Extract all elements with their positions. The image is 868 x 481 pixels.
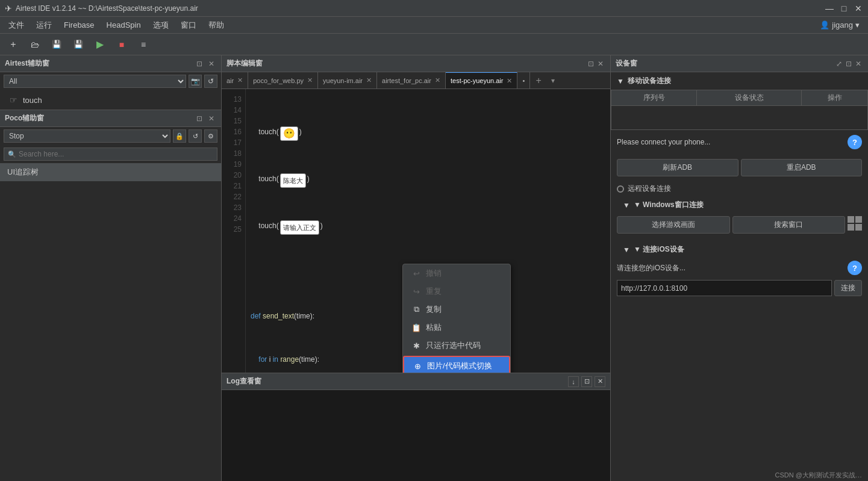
new-file-button[interactable]: +	[5, 36, 22, 53]
tab-poco-web-close[interactable]: ✕	[307, 76, 313, 84]
ui-tree-item[interactable]: UI追踪树	[0, 163, 221, 181]
menu-file[interactable]: 文件	[2, 17, 30, 33]
mobile-section-title[interactable]: ▼ 移动设备连接	[611, 72, 868, 90]
open-file-button[interactable]: 🗁	[27, 36, 43, 53]
editor-window: 脚本编辑窗 ⊡ ✕ air ✕ poco_for_web.py ✕ yueyun…	[222, 55, 610, 373]
menu-window[interactable]: 窗口	[175, 17, 202, 33]
menu-help[interactable]: 帮助	[202, 17, 230, 33]
inline-image-emoji-face[interactable]: 😶	[280, 126, 298, 141]
connect-help-button[interactable]: ?	[848, 135, 862, 149]
remote-connect-row: 远程设备连接	[611, 181, 868, 196]
ctx-toggle-mode[interactable]: ⊕ 图片/代码模式切换	[403, 356, 510, 373]
window-controls: — □ ✕	[825, 4, 863, 13]
search-window-button[interactable]: 搜索窗口	[732, 216, 846, 234]
inline-image-input-text[interactable]: 请输入正文	[280, 220, 319, 235]
grid-cell-3	[848, 224, 854, 231]
tab-test-pc-yueyun-close[interactable]: ✕	[507, 77, 512, 85]
poco-search-container: 🔍	[4, 147, 217, 161]
poco-assist-header: Poco辅助窗 ⊡ ✕	[0, 110, 221, 127]
close-button[interactable]: ✕	[854, 4, 863, 13]
menu-run[interactable]: 运行	[30, 17, 58, 33]
inline-image-chenlaoda[interactable]: 陈老大	[280, 173, 306, 188]
tab-air[interactable]: air ✕	[222, 72, 248, 89]
ios-section-title[interactable]: ▼ ▼ 连接iOS设备	[617, 241, 862, 258]
ios-connect-button[interactable]: 连接	[834, 280, 862, 296]
grid-cell-4	[855, 224, 862, 231]
ios-help-button[interactable]: ?	[848, 261, 862, 275]
touch-item[interactable]: ☞ touch	[0, 90, 221, 110]
save-button[interactable]: 💾	[48, 36, 65, 53]
select-game-button[interactable]: 选择游戏画面	[617, 216, 730, 234]
undo-icon: ↩	[411, 269, 421, 278]
status-bar: CSDN @大刚测试开发实战…	[769, 470, 868, 481]
tab-airtest-pc-close[interactable]: ✕	[435, 76, 440, 84]
ctx-paste[interactable]: 📋 粘贴	[403, 318, 510, 337]
tab-yueyun-im-close[interactable]: ✕	[366, 76, 372, 84]
save-as-button[interactable]: 💾	[70, 36, 87, 53]
maximize-button[interactable]: □	[839, 4, 849, 13]
airtest-assist-title: Airtest辅助窗	[5, 58, 195, 69]
minimize-button[interactable]: —	[825, 4, 834, 13]
device-close-button[interactable]: ✕	[854, 59, 863, 69]
paste-icon: 📋	[411, 323, 421, 332]
airtest-camera-button[interactable]: 📷	[189, 75, 202, 88]
panel-button[interactable]: ≡	[135, 36, 152, 53]
col-status: 设备状态	[697, 90, 802, 106]
menu-options[interactable]: 选项	[147, 17, 175, 33]
tab-airtest-pc[interactable]: airtest_for_pc.air ✕	[377, 72, 446, 89]
poco-close-button[interactable]: ✕	[207, 114, 216, 123]
run-selected-icon: ✱	[411, 341, 421, 350]
log-close-button[interactable]: ✕	[595, 376, 605, 387]
run-button[interactable]: ▶	[92, 36, 108, 53]
code-line-15: touch(请输入正文)	[251, 220, 605, 235]
airtest-filter-select[interactable]: All	[4, 75, 186, 88]
tab-dot[interactable]: •	[517, 72, 530, 89]
device-extern-button[interactable]: ⤢	[834, 59, 844, 69]
toggle-mode-icon: ⊕	[413, 362, 422, 371]
log-scroll-bottom[interactable]: ↓	[568, 376, 579, 387]
poco-lock-button[interactable]: 🔒	[173, 129, 186, 143]
tab-test-pc-yueyun[interactable]: test-pc-yueyun.air ✕	[446, 72, 517, 89]
editor-close-button[interactable]: ✕	[596, 59, 605, 69]
ctx-paste-label: 粘贴	[426, 322, 442, 333]
ctx-redo[interactable]: ↪ 重复	[403, 282, 510, 300]
tab-yueyun-im[interactable]: yueyun-im.air ✕	[318, 72, 377, 89]
airtest-restore-button[interactable]: ⊡	[195, 59, 204, 69]
copy-icon: ⧉	[411, 305, 421, 314]
poco-search-input[interactable]	[19, 150, 213, 158]
restart-adb-button[interactable]: 重启ADB	[741, 159, 863, 176]
left-panel: Airtest辅助窗 ⊡ ✕ All 📷 ↺ ☞ touch Poco	[0, 55, 222, 481]
editor-restore-button[interactable]: ⊡	[586, 59, 596, 69]
device-restore-button[interactable]: ⊡	[844, 59, 854, 69]
ctx-undo[interactable]: ↩ 撤销	[403, 264, 510, 282]
window-grid-button[interactable]	[848, 216, 862, 231]
poco-settings-button[interactable]: ⚙	[204, 129, 217, 143]
log-restore-button[interactable]: ⊡	[581, 376, 592, 387]
poco-refresh-button[interactable]: ↺	[189, 129, 202, 143]
airtest-refresh-button[interactable]: ↺	[204, 75, 217, 88]
poco-restore-button[interactable]: ⊡	[195, 114, 204, 123]
tab-poco-web[interactable]: poco_for_web.py ✕	[248, 72, 318, 89]
menu-firebase[interactable]: Firebase	[58, 18, 101, 32]
right-panel: 设备窗 ⤢ ⊡ ✕ ▼ 移动设备连接 序列号 设备状态 操作	[610, 55, 868, 481]
poco-search-row: 🔍	[0, 145, 221, 163]
stop-button[interactable]: ■	[113, 36, 130, 53]
menu-headspin[interactable]: HeadSpin	[101, 18, 147, 32]
code-editor: 13 14 15 16 17 18 19 20 21 22 23 24 25	[222, 89, 610, 373]
ctx-run-selected[interactable]: ✱ 只运行选中代码	[403, 337, 510, 355]
tab-add-button[interactable]: +	[530, 72, 547, 89]
grid-cell-2	[855, 216, 862, 223]
user-menu[interactable]: 👤 jigang ▾	[814, 18, 866, 32]
tab-air-label: air	[226, 77, 234, 84]
tab-scroll-button[interactable]: ▾	[547, 72, 559, 89]
ctx-copy[interactable]: ⧉ 复制	[403, 300, 510, 318]
airtest-close-button[interactable]: ✕	[207, 59, 216, 69]
app-icon: ✈	[5, 4, 12, 13]
poco-filter-select[interactable]: Stop	[4, 129, 170, 143]
tab-air-close[interactable]: ✕	[237, 76, 243, 84]
ios-connect-label: 请连接您的iOS设备...	[617, 263, 843, 273]
ios-url-input[interactable]	[617, 280, 832, 296]
windows-section-title[interactable]: ▼ ▼ Windows窗口连接	[617, 196, 862, 214]
ctx-undo-label: 撤销	[426, 268, 442, 279]
refresh-adb-button[interactable]: 刷新ADB	[617, 159, 738, 176]
